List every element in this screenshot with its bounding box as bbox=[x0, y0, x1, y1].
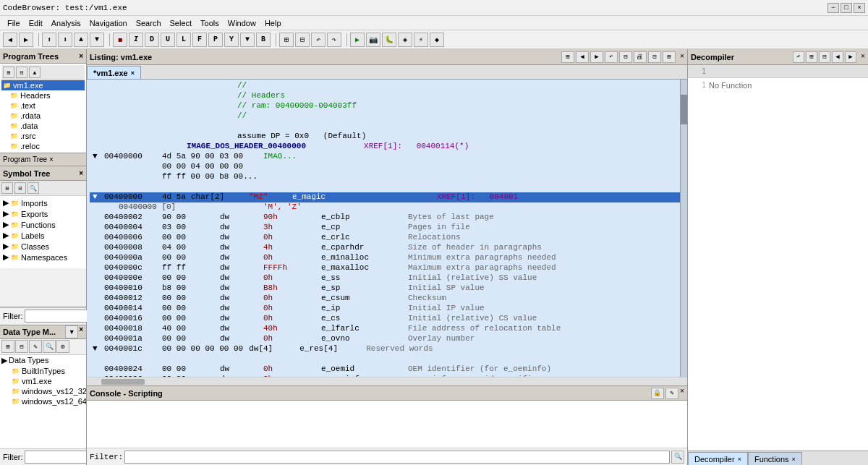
tool-p[interactable]: P bbox=[208, 33, 223, 47]
console-close[interactable]: × bbox=[680, 388, 684, 399]
tool-f[interactable]: F bbox=[192, 33, 207, 47]
listing-content[interactable]: // // Headers // ram: 00400000-004003ff … bbox=[87, 80, 687, 377]
tool-u[interactable]: U bbox=[161, 33, 175, 47]
dt-btn2[interactable]: ⊟ bbox=[15, 340, 28, 353]
tool-l[interactable]: L bbox=[176, 33, 191, 47]
sym-exports[interactable]: ▶ 📁 Exports bbox=[1, 208, 85, 219]
menu-navigation[interactable]: Navigation bbox=[85, 17, 132, 29]
menu-select[interactable]: Select bbox=[166, 17, 197, 29]
dt-datatypes[interactable]: ▶ Data Types bbox=[0, 355, 86, 366]
menu-help[interactable]: Help bbox=[260, 17, 286, 29]
stop-button[interactable]: ◼ bbox=[113, 33, 127, 47]
collapse-btn[interactable]: ▼ bbox=[93, 152, 104, 161]
tool-y[interactable]: Y bbox=[224, 33, 239, 47]
console-edit-btn[interactable]: ✎ bbox=[665, 388, 678, 399]
menu-file[interactable]: File bbox=[3, 17, 25, 29]
decomp-btn5[interactable]: ▶ bbox=[845, 51, 856, 63]
dt-vm1exe[interactable]: 📁 vm1.exe bbox=[0, 376, 86, 386]
dt-btn4[interactable]: 🔍 bbox=[43, 340, 56, 353]
hscroll-thumb[interactable] bbox=[101, 379, 145, 385]
back-button[interactable]: ◀ bbox=[3, 33, 17, 47]
tree-item-headers[interactable]: 📁 Headers bbox=[1, 90, 85, 101]
menu-window[interactable]: Window bbox=[224, 17, 260, 29]
tool-extra4[interactable]: ⚡ bbox=[414, 33, 428, 47]
tool-extra3[interactable]: ◈ bbox=[398, 33, 412, 47]
pt-btn3[interactable]: ▲ bbox=[29, 67, 41, 78]
collapse-btn3[interactable]: ▼ bbox=[93, 344, 104, 353]
tool-extra2[interactable]: ⊟ bbox=[295, 33, 310, 47]
pt-btn1[interactable]: ⊞ bbox=[3, 67, 14, 78]
close-button[interactable]: × bbox=[854, 3, 865, 13]
tree-item-data[interactable]: 📁 .data bbox=[1, 121, 85, 131]
sym-namespaces[interactable]: ▶ 📁 Namespaces bbox=[1, 252, 85, 263]
tree-item-vm1exe[interactable]: 📁 vm1.exe bbox=[1, 80, 85, 90]
lst-btn3[interactable]: ▶ bbox=[590, 51, 603, 63]
menu-tools[interactable]: Tools bbox=[196, 17, 224, 29]
lst-btn2[interactable]: ◀ bbox=[576, 51, 589, 63]
symbol-tree-close[interactable]: × bbox=[79, 169, 83, 177]
decomp-btn1[interactable]: ↶ bbox=[793, 51, 804, 63]
tool-extra1[interactable]: ⊞ bbox=[279, 33, 294, 47]
redo-button[interactable]: ↷ bbox=[327, 33, 341, 47]
dt-btn5[interactable]: ⚙ bbox=[56, 340, 69, 353]
nav-btn4[interactable]: ▼ bbox=[90, 33, 104, 47]
forward-button[interactable]: ▶ bbox=[19, 33, 33, 47]
scrollbar-thumb[interactable] bbox=[681, 95, 687, 124]
dt-btn1[interactable]: ⊞ bbox=[1, 340, 14, 353]
vertical-scrollbar[interactable] bbox=[680, 80, 687, 377]
decompiler-tab-functions[interactable]: Functions × bbox=[748, 452, 802, 465]
tree-item-rdata[interactable]: 📁 .rdata bbox=[1, 111, 85, 121]
tab-vm1exe[interactable]: *vm1.exe × bbox=[87, 66, 141, 79]
sym-functions[interactable]: ▶ 📁 Functions bbox=[1, 219, 85, 230]
listing-hscrollbar[interactable] bbox=[87, 377, 687, 385]
program-trees-close[interactable]: × bbox=[79, 52, 83, 60]
st-btn3[interactable]: 🔍 bbox=[27, 182, 39, 194]
menu-analysis[interactable]: Analysis bbox=[47, 17, 85, 29]
decomp-btn3[interactable]: ⊟ bbox=[819, 51, 830, 63]
tab-close[interactable]: × bbox=[131, 69, 135, 77]
decompiler-close[interactable]: × bbox=[861, 53, 865, 61]
tree-item-text[interactable]: 📁 .text bbox=[1, 101, 85, 111]
decomp-btn2[interactable]: ⊞ bbox=[806, 51, 817, 63]
decomp-tab-close1[interactable]: × bbox=[738, 456, 741, 463]
console-content[interactable] bbox=[87, 401, 687, 448]
pt-btn2[interactable]: ⊟ bbox=[16, 67, 27, 78]
tool-i[interactable]: I bbox=[129, 33, 143, 47]
decomp-btn4[interactable]: ◀ bbox=[832, 51, 843, 63]
undo-button[interactable]: ↶ bbox=[311, 33, 326, 47]
minimize-button[interactable]: − bbox=[827, 3, 839, 13]
tool-b[interactable]: B bbox=[256, 33, 271, 47]
decompiler-tab-decompiler[interactable]: Decompiler × bbox=[688, 452, 748, 465]
collapse-btn2[interactable]: ▼ bbox=[93, 192, 104, 201]
st-btn1[interactable]: ⊞ bbox=[1, 182, 13, 194]
sym-classes[interactable]: ▶ 📁 Classes bbox=[1, 241, 85, 252]
tree-item-reloc[interactable]: 📁 .reloc bbox=[1, 141, 85, 151]
console-filter-btn[interactable]: 🔍 bbox=[671, 451, 684, 464]
tool-v[interactable]: ▼ bbox=[240, 33, 255, 47]
tool-d[interactable]: D bbox=[145, 33, 159, 47]
filter-input-dt[interactable] bbox=[25, 451, 87, 464]
nav-btn1[interactable]: ⬆ bbox=[42, 33, 56, 47]
maximize-button[interactable]: □ bbox=[841, 3, 852, 13]
lst-btn8[interactable]: ⊞ bbox=[663, 51, 676, 63]
lst-btn1[interactable]: ⊞ bbox=[561, 51, 574, 63]
sym-imports[interactable]: ▶ 📁 Imports bbox=[1, 197, 85, 208]
menu-search[interactable]: Search bbox=[132, 17, 166, 29]
dt-builtins[interactable]: 📁 BuiltInTypes bbox=[0, 366, 86, 376]
st-btn2[interactable]: ⊟ bbox=[14, 182, 26, 194]
tool-photo[interactable]: 📷 bbox=[366, 33, 380, 47]
line-magic[interactable]: ▼ 00400000 4d 5a char[2] "MZ" e_magic XR… bbox=[90, 192, 681, 202]
tool-dbg[interactable]: 🐛 bbox=[382, 33, 396, 47]
dt-btn3[interactable]: ✎ bbox=[29, 340, 42, 353]
console-lock-btn[interactable]: 🔒 bbox=[651, 388, 664, 399]
run-button[interactable]: ▶ bbox=[350, 33, 365, 47]
dt-expand-btn[interactable]: ▼ bbox=[65, 325, 78, 338]
lst-btn5[interactable]: ⊟ bbox=[619, 51, 632, 63]
datatype-close[interactable]: × bbox=[79, 325, 83, 338]
nav-btn3[interactable]: ▲ bbox=[74, 33, 88, 47]
tree-item-rsrc[interactable]: 📁 .rsrc bbox=[1, 131, 85, 141]
lst-btn6[interactable]: 🖨 bbox=[634, 51, 647, 63]
sym-labels[interactable]: ▶ 📁 Labels bbox=[1, 230, 85, 241]
lst-btn7[interactable]: ⊡ bbox=[648, 51, 661, 63]
nav-btn2[interactable]: ⬇ bbox=[58, 33, 72, 47]
